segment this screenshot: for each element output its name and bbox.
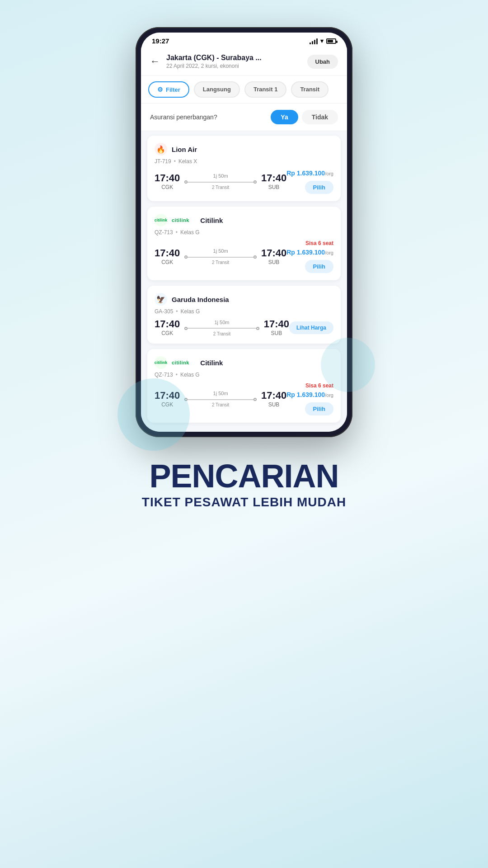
flight-number: GA-305: [155, 308, 173, 315]
status-time: 19:27: [152, 37, 169, 45]
flight-duration: 1j 50m: [184, 173, 257, 179]
route-dot-left: [184, 398, 188, 401]
flight-meta: GA-305 • Kelas G: [155, 308, 333, 315]
route-dot-left: [184, 255, 188, 259]
airline-header: 🔥 Lion Air: [155, 143, 333, 156]
depart-block: 17:40 CGK: [155, 173, 180, 190]
header: ← Jakarta (CGK) - Surabaya ... 22 April …: [141, 47, 347, 76]
arrive-code: SUB: [261, 259, 286, 265]
tab-langsung[interactable]: Langsung: [194, 81, 240, 98]
airline-logo: 🔥: [155, 143, 167, 156]
flight-duration: 1j 50m: [184, 320, 259, 325]
ubah-button[interactable]: Ubah: [307, 55, 338, 69]
airline-logo-text: citilink: [172, 217, 189, 223]
airline-name: Citilink: [200, 217, 223, 224]
dot-separator: •: [176, 308, 178, 315]
header-subtitle: 22 April 2022, 2 kursi, ekononi: [166, 63, 301, 69]
depart-code: CGK: [155, 259, 180, 265]
insurance-bar: Asuransi penerbangan? Ya Tidak: [141, 104, 347, 131]
insurance-tidak-button[interactable]: Tidak: [302, 110, 338, 124]
flight-cards: 🔥 Lion Air JT-719 • Kelas X 17:40 CGK 1j…: [141, 136, 347, 423]
route-dot-right: [256, 327, 259, 330]
flight-number: QZ-713: [155, 372, 173, 378]
arrive-time: 17:40: [261, 173, 286, 183]
depart-block: 17:40 CGK: [155, 391, 180, 408]
per-org: /org: [325, 171, 333, 176]
battery-icon: [326, 38, 336, 44]
depart-block: 17:40 CGK: [155, 248, 180, 265]
depart-code: CGK: [155, 330, 180, 336]
arrive-block: 17:40 SUB: [261, 248, 286, 265]
flight-card: 🔥 Lion Air JT-719 • Kelas X 17:40 CGK 1j…: [147, 136, 341, 201]
pilih-button[interactable]: Pilih: [305, 260, 333, 273]
tab-transit1[interactable]: Transit 1: [244, 81, 286, 98]
depart-block: 17:40 CGK: [155, 319, 180, 336]
insurance-ya-button[interactable]: Ya: [271, 110, 298, 124]
dot-separator: •: [174, 158, 176, 165]
filter-tabs: ⚙ Filter Langsung Transit 1 Transit: [141, 76, 347, 104]
depart-code: CGK: [155, 401, 180, 408]
arrive-time: 17:40: [264, 319, 289, 329]
pilih-button[interactable]: Pilih: [305, 402, 333, 415]
route-middle: 1j 50m 2 Transit: [180, 320, 263, 336]
header-title: Jakarta (CGK) - Surabaya ...: [166, 54, 301, 62]
flight-row: 17:40 CGK 1j 50m 2 Transit 17:40: [155, 169, 333, 194]
airline-header: 🦅 Garuda Indonesia: [155, 293, 333, 306]
flight-times: 17:40 CGK 1j 50m 2 Transit 17:40: [155, 391, 286, 408]
flight-meta: QZ-713 • Kelas G: [155, 229, 333, 236]
depart-time: 17:40: [155, 319, 180, 329]
flight-meta: QZ-713 • Kelas G: [155, 372, 333, 378]
dot-separator: •: [176, 372, 178, 378]
flight-duration: 1j 50m: [184, 391, 257, 396]
depart-code: CGK: [155, 184, 180, 190]
back-button[interactable]: ←: [150, 57, 160, 66]
flight-card: 🦅 Garuda Indonesia GA-305 • Kelas G 17:4…: [147, 286, 341, 344]
sisa-seat: Sisa 6 seat: [286, 240, 333, 246]
flight-duration: 1j 50m: [184, 248, 257, 254]
arrive-code: SUB: [261, 401, 286, 408]
route-line-bar: [188, 399, 253, 400]
per-org: /org: [325, 250, 333, 255]
arrive-time: 17:40: [261, 248, 286, 258]
flight-times: 17:40 CGK 1j 50m 2 Transit 17:40: [155, 173, 286, 190]
phone-frame: 19:27 ▾ ← Jakarta (CGK) - Su: [136, 27, 352, 437]
arrive-time: 17:40: [261, 391, 286, 401]
airline-logo: citilink: [155, 214, 167, 226]
route-middle: 1j 50m 2 Transit: [180, 173, 261, 190]
route-line: [184, 255, 257, 259]
flight-class: Kelas X: [178, 158, 197, 165]
flight-card: citilink citilink Citilink QZ-713 • Kela…: [147, 349, 341, 423]
transit-label: 2 Transit: [184, 185, 257, 190]
insurance-buttons: Ya Tidak: [271, 110, 338, 124]
flight-number: JT-719: [155, 158, 171, 165]
tab-transit[interactable]: Transit: [291, 81, 328, 98]
route-dot-left: [184, 327, 188, 330]
arrive-code: SUB: [261, 184, 286, 190]
route-dot-right: [253, 255, 257, 259]
signal-bars-icon: [310, 38, 318, 44]
flight-times: 17:40 CGK 1j 50m 2 Transit 17:40: [155, 248, 286, 265]
pilih-button[interactable]: Pilih: [305, 181, 333, 194]
bottom-section: PENCARIAN TIKET PESAWAT LEBIH MUDAH: [115, 460, 373, 537]
route-middle: 1j 50m 2 Transit: [180, 391, 261, 407]
dot-separator: •: [176, 229, 178, 236]
route-line: [184, 327, 259, 330]
flight-row: 17:40 CGK 1j 50m 2 Transit 17:40: [155, 382, 333, 415]
bottom-subtitle: TIKET PESAWAT LEBIH MUDAH: [142, 495, 346, 509]
flight-price: Rp 1.639.100/org: [286, 170, 333, 177]
transit-label: 2 Transit: [184, 402, 257, 407]
flight-number: QZ-713: [155, 229, 173, 236]
transit-label: 2 Transit: [184, 331, 259, 336]
flight-class: Kelas G: [181, 308, 200, 315]
depart-time: 17:40: [155, 248, 180, 258]
arrive-code: SUB: [264, 330, 289, 336]
route-line: [184, 180, 257, 184]
airline-logo: citilink: [155, 356, 167, 369]
wifi-icon: ▾: [320, 38, 324, 44]
route-middle: 1j 50m 2 Transit: [180, 248, 261, 265]
flight-row: 17:40 CGK 1j 50m 2 Transit 17:40: [155, 319, 333, 336]
tab-filter[interactable]: ⚙ Filter: [148, 81, 189, 98]
arrive-block: 17:40 SUB: [264, 319, 289, 336]
lihat-harga-button[interactable]: Lihat Harga: [289, 321, 333, 334]
phone-screen: 19:27 ▾ ← Jakarta (CGK) - Su: [141, 33, 347, 432]
